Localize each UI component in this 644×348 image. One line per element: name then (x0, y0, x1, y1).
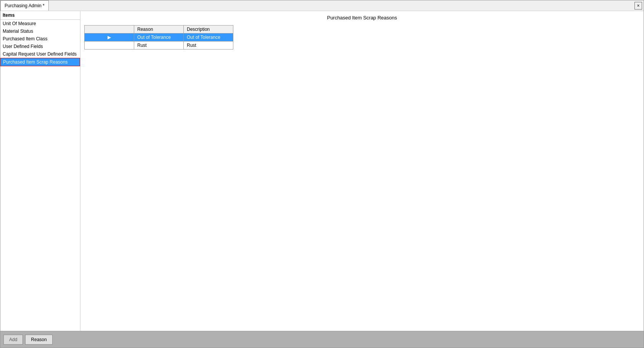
sidebar-item-capital-request-user-defined-fields[interactable]: Capital Request User Defined Fields (0, 50, 80, 58)
title-tab[interactable]: Purchasing Admin * (0, 0, 49, 11)
table-wrapper: Reason Description ▶Out of ToleranceOut … (84, 25, 640, 327)
close-icon: × (637, 3, 639, 8)
table-row[interactable]: RustRust (85, 42, 233, 49)
sidebar-items-container: Unit Of MeasureMaterial StatusPurchased … (0, 20, 80, 66)
sidebar-item-purchased-item-scrap-reasons[interactable]: Purchased Item Scrap Reasons (0, 58, 80, 66)
add-button[interactable]: Add (3, 335, 23, 345)
sidebar: Items Unit Of MeasureMaterial StatusPurc… (0, 11, 80, 331)
reason-button[interactable]: Reason (25, 335, 52, 345)
description-cell[interactable]: Out of Tolerance (184, 34, 233, 42)
sidebar-item-unit-of-measure[interactable]: Unit Of Measure (0, 20, 80, 27)
reason-cell[interactable]: Rust (134, 42, 184, 49)
main-window: Purchasing Admin * × Items Unit Of Measu… (0, 0, 644, 348)
sidebar-item-user-defined-fields[interactable]: User Defined Fields (0, 43, 80, 50)
scrap-reasons-table: Reason Description ▶Out of ToleranceOut … (84, 25, 233, 49)
footer-bar: Add Reason (0, 331, 644, 348)
sidebar-item-purchased-item-class[interactable]: Purchased Item Class (0, 35, 80, 43)
selector-header (85, 26, 134, 34)
title-bar: Purchasing Admin * × (0, 0, 644, 11)
main-content: Items Unit Of MeasureMaterial StatusPurc… (0, 11, 644, 331)
table-row[interactable]: ▶Out of ToleranceOut of Tolerance (85, 34, 233, 42)
row-selector-1: ▶ (85, 34, 134, 42)
sidebar-header: Items (0, 11, 80, 20)
reason-cell[interactable]: Out of Tolerance (134, 34, 184, 42)
close-button[interactable]: × (634, 2, 642, 10)
right-panel: Purchased Item Scrap Reasons Reason Desc… (80, 11, 644, 331)
description-cell[interactable]: Rust (184, 42, 233, 49)
row-arrow-icon: ▶ (108, 35, 111, 40)
panel-title: Purchased Item Scrap Reasons (84, 15, 640, 21)
sidebar-item-material-status[interactable]: Material Status (0, 27, 80, 35)
row-selector-2 (85, 42, 134, 49)
description-column-header: Description (184, 26, 233, 34)
title-tab-label: Purchasing Admin * (5, 3, 45, 8)
table-body: ▶Out of ToleranceOut of ToleranceRustRus… (85, 34, 233, 49)
reason-column-header: Reason (134, 26, 184, 34)
